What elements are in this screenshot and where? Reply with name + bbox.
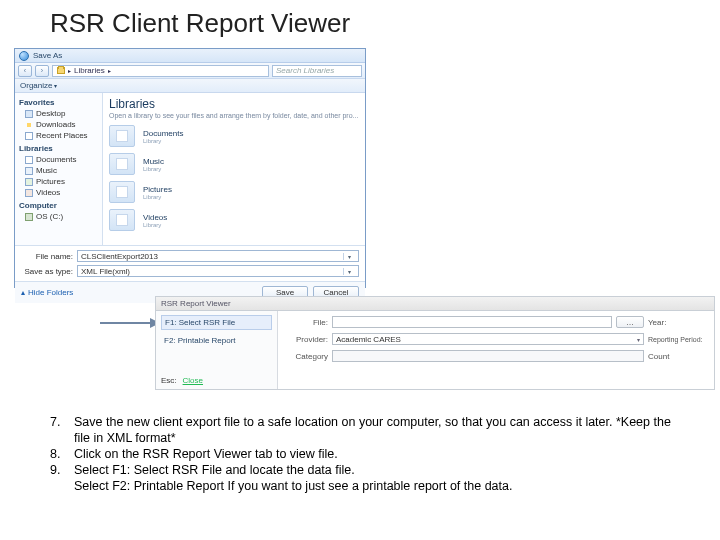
esc-label: Esc: <box>161 376 177 385</box>
library-tile-pictures[interactable] <box>109 181 135 203</box>
nav-item-drive-c[interactable]: OS (C:) <box>19 212 98 221</box>
chevron-down-icon[interactable]: ▾ <box>343 268 355 275</box>
callout-arrow-icon <box>100 318 160 328</box>
content-heading: Libraries <box>109 97 359 111</box>
rsr-report-viewer: RSR Report Viewer F1: Select RSR File F2… <box>155 296 715 390</box>
library-tile-videos[interactable] <box>109 209 135 231</box>
nav-group-libraries: Libraries <box>19 144 98 153</box>
browse-button[interactable]: … <box>616 316 644 328</box>
category-header: Category <box>284 352 328 361</box>
videos-icon <box>25 189 33 197</box>
nav-item-documents[interactable]: Documents <box>19 155 98 164</box>
drive-icon <box>25 213 33 221</box>
nav-item-recent[interactable]: Recent Places <box>19 131 98 140</box>
period-label: Reporting Period: <box>648 336 708 343</box>
documents-icon <box>25 156 33 164</box>
year-label: Year: <box>648 318 708 327</box>
chevron-down-icon: ▾ <box>637 336 640 343</box>
search-input[interactable]: Search Libraries <box>272 65 362 77</box>
desktop-icon <box>25 110 33 118</box>
organize-menu[interactable]: Organize <box>20 81 52 90</box>
nav-item-downloads[interactable]: Downloads <box>19 120 98 129</box>
library-label: PicturesLibrary <box>143 185 359 200</box>
forward-button[interactable]: › <box>35 65 49 77</box>
app-orb-icon <box>19 51 29 61</box>
hide-folders-link[interactable]: ▴Hide Folders <box>21 288 73 297</box>
filename-label: File name: <box>21 252 77 261</box>
downloads-icon <box>25 121 33 129</box>
rsr-form: File: … Year: Provider: Academic CARES▾ … <box>278 311 714 389</box>
provider-select[interactable]: Academic CARES▾ <box>332 333 644 345</box>
nav-item-desktop[interactable]: Desktop <box>19 109 98 118</box>
instruction-7b: file in XML format* <box>74 430 690 446</box>
count-header: Count <box>648 352 708 361</box>
nav-item-music[interactable]: Music <box>19 166 98 175</box>
page-title: RSR Client Report Viewer <box>50 8 350 39</box>
chevron-up-icon: ▴ <box>21 288 25 297</box>
file-label: File: <box>284 318 328 327</box>
instruction-list: 7. Save the new client export file to a … <box>50 414 690 494</box>
folder-icon <box>57 67 65 74</box>
music-icon <box>25 167 33 175</box>
breadcrumb-item[interactable]: Libraries <box>74 66 105 75</box>
recent-icon <box>25 132 33 140</box>
back-button[interactable]: ‹ <box>18 65 32 77</box>
breadcrumb[interactable]: ▸ Libraries ▸ <box>52 65 269 77</box>
close-link[interactable]: Close <box>183 376 203 385</box>
pictures-icon <box>25 178 33 186</box>
content-pane: Libraries Open a library to see your fil… <box>103 93 365 245</box>
library-label: DocumentsLibrary <box>143 129 359 144</box>
category-cell <box>332 350 644 362</box>
nav-row: ‹ › ▸ Libraries ▸ Search Libraries <box>15 63 365 79</box>
titlebar: Save As <box>15 49 365 63</box>
nav-item-videos[interactable]: Videos <box>19 188 98 197</box>
file-input[interactable] <box>332 316 612 328</box>
content-subheading: Open a library to see your files and arr… <box>109 112 359 119</box>
nav-group-computer: Computer <box>19 201 98 210</box>
save-form: File name: CLSClientExport2013▾ Save as … <box>15 245 365 281</box>
chevron-down-icon[interactable]: ▾ <box>343 253 355 260</box>
nav-item-pictures[interactable]: Pictures <box>19 177 98 186</box>
step-f2-printable-report[interactable]: F2: Printable Report <box>161 334 272 347</box>
nav-group-favorites: Favorites <box>19 98 98 107</box>
savetype-label: Save as type: <box>21 267 77 276</box>
instruction-7: 7. Save the new client export file to a … <box>50 414 690 430</box>
library-tile-documents[interactable] <box>109 125 135 147</box>
savetype-field[interactable]: XML File(xml)▾ <box>77 265 359 277</box>
window-title: Save As <box>33 51 62 60</box>
filename-field[interactable]: CLSClientExport2013▾ <box>77 250 359 262</box>
step-f1-select-file[interactable]: F1: Select RSR File <box>161 315 272 330</box>
chevron-right-icon: ▸ <box>108 67 111 74</box>
chevron-down-icon: ▾ <box>54 82 57 89</box>
toolbar: Organize ▾ <box>15 79 365 93</box>
library-label: MusicLibrary <box>143 157 359 172</box>
provider-label: Provider: <box>284 335 328 344</box>
rsr-titlebar: RSR Report Viewer <box>156 297 714 311</box>
library-label: VideosLibrary <box>143 213 359 228</box>
instruction-9: 9. Select F1: Select RSR File and locate… <box>50 462 690 478</box>
instruction-8: 8. Click on the RSR Report Viewer tab to… <box>50 446 690 462</box>
save-as-dialog: Save As ‹ › ▸ Libraries ▸ Search Librari… <box>14 48 366 288</box>
instruction-9b: Select F2: Printable Report If you want … <box>74 478 690 494</box>
chevron-right-icon: ▸ <box>68 67 71 74</box>
nav-pane: Favorites Desktop Downloads Recent Place… <box>15 93 103 245</box>
library-tile-music[interactable] <box>109 153 135 175</box>
